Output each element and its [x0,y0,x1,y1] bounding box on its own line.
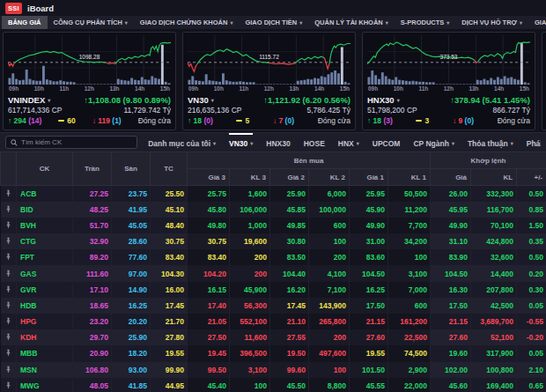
tab-danh-muc-cua-toi[interactable]: Danh mục của tôi▾ [148,133,216,152]
pin-cell[interactable] [1,298,17,314]
index-name-button[interactable]: VNINDEX▾ [8,95,50,105]
table-row[interactable]: KDH29.7025.9027.8027.5011,60027.5520027.… [1,329,546,345]
table-row[interactable]: HPG23.2020.2021.7021.05552,10021.10265,8… [1,314,546,329]
ticker-cell[interactable]: MWG [17,378,73,392]
ticker-cell[interactable]: ACB [17,186,73,202]
cell-bid-price2[interactable]: 27.55 [270,329,309,345]
cell-bid-price3[interactable]: 19.45 [188,345,230,361]
cell-bid-price2[interactable]: 25.90 [270,186,309,202]
cell-match-price[interactable]: 49.90 [431,218,471,233]
nav-item-quan-ly-tai-khoan[interactable]: QUẢN LÝ TÀI KHOẢN▾ [308,16,395,29]
cell-bid-price3[interactable]: 25.75 [188,186,230,202]
cell-bid-price3[interactable]: 17.40 [188,298,230,314]
cell-bid-price1[interactable]: 31.00 [350,233,388,249]
cell-bid-price2[interactable]: 49.85 [270,218,309,233]
ticker-cell[interactable]: MBB [17,345,73,361]
tab-phai-sinh[interactable]: Phái sinh▾ [527,133,541,152]
index-name-button[interactable]: HNX30▾ [367,95,400,105]
tab-upcom[interactable]: UPCOM [373,133,401,152]
cell-bid-price3[interactable]: 21.05 [188,314,230,329]
table-row[interactable]: BVH51.7045.0548.4049.801,00049.8560049.9… [1,218,546,233]
cell-bid-price2[interactable]: 45.85 [270,202,309,218]
ticker-cell[interactable]: BVH [17,218,73,233]
pin-cell[interactable] [1,314,17,329]
cell-match-price[interactable]: 45.60 [431,378,471,392]
pin-cell[interactable] [1,329,17,345]
tab-cp-nganh[interactable]: CP Ngành▾ [413,133,454,152]
tab-vn30[interactable]: VN30▾ [229,133,253,152]
cell-bid-price3[interactable]: 16.15 [188,282,230,298]
table-row[interactable]: MSN106.8093.0099.9099.503,10099.60100101… [1,362,546,378]
cell-bid-price2[interactable]: 16.20 [270,282,309,298]
table-row[interactable]: MBB20.9018.2019.5519.45396,50019.50497,6… [1,345,546,361]
ticker-cell[interactable]: HPG [17,314,73,329]
ticker-cell[interactable]: HDB [17,298,73,314]
cell-bid-price2[interactable]: 17.45 [270,298,309,314]
ticker-cell[interactable]: BID [17,202,73,218]
cell-bid-price3[interactable]: 45.40 [188,378,230,392]
nav-item-cong-cu-phan-tich[interactable]: CÔNG CỤ PHÂN TÍCH▾ [48,16,134,29]
nav-item-bang-gia[interactable]: BẢNG GIÁ [2,16,48,29]
cell-bid-price3[interactable]: 30.75 [188,233,230,249]
cell-bid-price1[interactable]: 16.25 [350,282,388,298]
cell-match-price[interactable]: 19.60 [431,345,471,361]
ticker-cell[interactable]: GAS [17,265,73,281]
cell-bid-price1[interactable]: 49.90 [350,218,388,233]
pin-cell[interactable] [1,378,17,392]
cell-bid-price3[interactable]: 83.40 [188,249,230,265]
cell-bid-price1[interactable]: 83.60 [350,249,388,265]
nav-item-dich-vu-ho-tro[interactable]: DỊCH VỤ HỖ TRỢ▾ [455,16,528,29]
cell-match-price[interactable]: 26.00 [431,186,471,202]
ticker-cell[interactable]: CTG [17,233,73,249]
pin-cell[interactable] [1,345,17,361]
table-row[interactable]: GAS111.6097.00104.30104.20200104.404,100… [1,265,546,281]
pin-cell[interactable] [1,202,17,218]
cell-bid-price2[interactable]: 21.10 [270,314,309,329]
cell-bid-price2[interactable]: 30.80 [270,233,309,249]
table-row[interactable]: HDB18.6516.2517.4517.4056,30017.45143,90… [1,298,546,314]
search-input[interactable] [21,138,132,146]
cell-bid-price3[interactable]: 104.20 [188,265,230,281]
nav-item-giao-dich-chung-khoan[interactable]: GIAO DỊCH CHỨNG KHOÁN▾ [134,16,240,29]
table-row[interactable]: ACB27.2523.7525.5025.751,60025.906,00025… [1,186,546,202]
nav-item-s-products[interactable]: S-PRODUCTS▾ [395,16,456,29]
cell-bid-price1[interactable]: 27.60 [350,329,388,345]
tab-hose[interactable]: HOSE [304,133,325,152]
cell-match-price[interactable]: 27.60 [431,329,471,345]
cell-bid-price1[interactable]: 19.55 [350,345,388,361]
cell-match-price[interactable]: 21.15 [431,314,471,329]
table-row[interactable]: BID48.2541.9545.1045.80106,00045.85100,0… [1,202,546,218]
cell-match-price[interactable]: 104.50 [431,265,471,281]
pin-cell[interactable] [1,186,17,202]
pin-cell[interactable] [1,282,17,298]
cell-bid-price2[interactable]: 104.40 [270,265,309,281]
cell-match-price[interactable]: 83.90 [431,249,471,265]
table-row[interactable]: GVR17.1014.9016.0016.1545,90016.207,1001… [1,282,546,298]
cell-bid-price3[interactable]: 49.80 [188,218,230,233]
pin-cell[interactable] [1,233,17,249]
ticker-cell[interactable]: FPT [17,249,73,265]
table-row[interactable]: CTG32.9028.6030.7530.7519,60030.8010031.… [1,233,546,249]
cell-match-price[interactable]: 31.10 [431,233,471,249]
cell-match-price[interactable]: 17.50 [431,298,471,314]
cell-bid-price2[interactable]: 83.50 [270,249,309,265]
pin-cell[interactable] [1,362,17,378]
cell-bid-price3[interactable]: 99.50 [188,362,230,378]
ticker-cell[interactable]: MSN [17,362,73,378]
cell-bid-price1[interactable]: 104.50 [350,265,388,281]
tab-hnx30[interactable]: HNX30 [266,133,290,152]
ticker-cell[interactable]: GVR [17,282,73,298]
cell-bid-price1[interactable]: 45.90 [350,202,388,218]
cell-bid-price1[interactable]: 25.95 [350,186,388,202]
cell-bid-price3[interactable]: 45.80 [188,202,230,218]
pin-cell[interactable] [1,249,17,265]
pin-cell[interactable] [1,265,17,281]
cell-bid-price1[interactable]: 101.50 [350,362,388,378]
cell-match-price[interactable]: 102.00 [431,362,471,378]
search-box[interactable] [5,136,137,149]
nav-item-giao-dien-cua-toi[interactable]: GIAO DIỆN CỦA TÔI [528,16,546,29]
cell-bid-price1[interactable]: 21.15 [350,314,388,329]
cell-bid-price2[interactable]: 19.50 [270,345,309,361]
cell-bid-price1[interactable]: 17.50 [350,298,388,314]
cell-bid-price3[interactable]: 27.50 [188,329,230,345]
